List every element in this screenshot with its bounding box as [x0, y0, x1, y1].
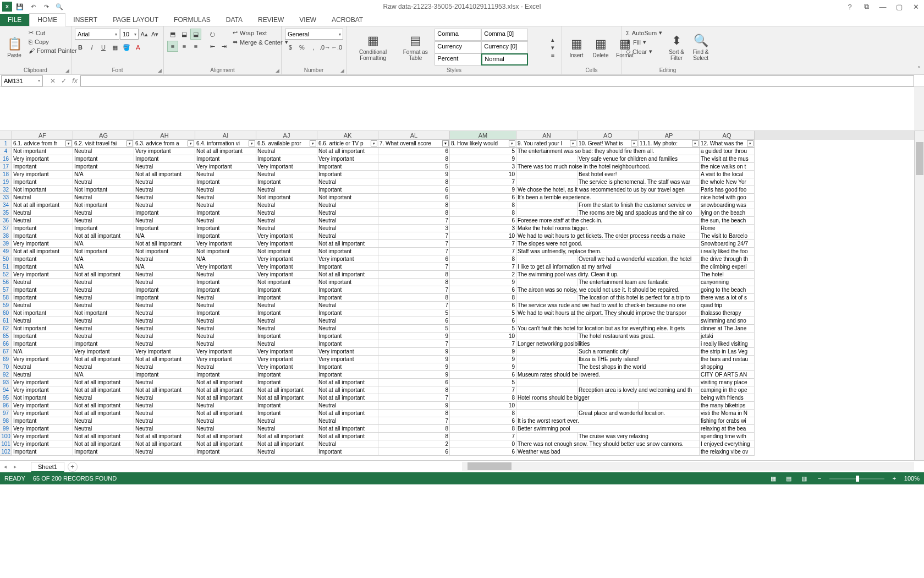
style-percent[interactable]: Percent — [435, 53, 481, 66]
cell[interactable]: The entertainment was so bad: they shoul… — [516, 148, 700, 155]
cell[interactable] — [578, 402, 639, 410]
cell[interactable]: 7 — [378, 286, 450, 294]
cell[interactable]: Neutral — [317, 440, 378, 448]
cell[interactable]: Neutral — [134, 425, 195, 433]
cell[interactable]: Very important — [12, 240, 73, 248]
cell[interactable]: jetski — [700, 332, 755, 340]
cut-button[interactable]: ✂ Cut — [28, 29, 78, 37]
align-middle-icon[interactable]: ⬓ — [179, 29, 190, 40]
cell[interactable]: Better swimming pool — [516, 425, 700, 433]
cell[interactable] — [516, 332, 578, 340]
filter-button-AN[interactable]: ▾ — [570, 140, 576, 146]
align-top-icon[interactable]: ⬒ — [167, 29, 178, 40]
cell[interactable] — [516, 386, 578, 394]
font-size-combo[interactable]: 10 — [120, 29, 139, 40]
vertical-scrollbar[interactable] — [914, 131, 924, 460]
cell[interactable]: Not important — [317, 194, 378, 201]
conditional-formatting-button[interactable]: ▦Conditional Formatting — [350, 29, 396, 66]
cell[interactable]: Neutral — [195, 425, 256, 433]
cell[interactable]: 6 — [378, 148, 450, 155]
cell[interactable]: Very important — [256, 271, 317, 279]
cell[interactable]: Neutral — [73, 332, 134, 340]
format-as-table-button[interactable]: ▤Format as Table — [398, 29, 432, 66]
cell[interactable]: Neutral — [195, 402, 256, 410]
cell[interactable]: Important — [12, 178, 73, 186]
cell[interactable]: 9 — [450, 279, 516, 286]
cell[interactable]: Not at all important — [73, 356, 134, 363]
filter-button-AL[interactable]: ▼ — [442, 140, 449, 146]
cell[interactable]: Neutral — [134, 325, 195, 332]
increase-indent-icon[interactable]: ⇥ — [218, 41, 229, 52]
cell[interactable]: Very important — [12, 271, 73, 279]
cell[interactable]: 9 — [450, 155, 516, 163]
cell[interactable]: The hotel restaurant was great. — [578, 332, 700, 340]
cell[interactable]: Not at all important — [134, 356, 195, 363]
horizontal-scrollbar[interactable] — [462, 462, 914, 471]
cell[interactable]: 7 — [378, 232, 450, 240]
row-header-1[interactable]: 1 — [0, 140, 12, 148]
cell[interactable]: Important — [12, 448, 73, 456]
help-button[interactable]: ? — [842, 1, 858, 12]
cell[interactable]: Important — [134, 294, 195, 302]
align-bottom-icon[interactable]: ⬓ — [190, 29, 201, 40]
cell[interactable]: Important — [12, 232, 73, 240]
cell[interactable]: 6 — [450, 217, 516, 225]
cell[interactable]: Not at all important — [134, 440, 195, 448]
cell[interactable]: Not at all important — [317, 271, 378, 279]
cancel-formula-icon[interactable]: ✕ — [47, 75, 58, 86]
cell[interactable]: 8 — [450, 410, 516, 417]
cell[interactable] — [516, 255, 578, 263]
zoom-in-icon[interactable]: + — [889, 474, 900, 483]
row-header-38[interactable]: 38 — [0, 232, 12, 240]
cell[interactable]: 3 — [450, 225, 516, 232]
row-header-57[interactable]: 57 — [0, 286, 12, 294]
cell[interactable]: Very important — [195, 240, 256, 248]
cell[interactable]: 8 — [378, 425, 450, 433]
style-normal[interactable]: Normal — [481, 53, 528, 66]
cell[interactable]: Not important — [12, 309, 73, 317]
cell[interactable] — [639, 402, 700, 410]
cell[interactable]: Neutral — [134, 163, 195, 171]
cell[interactable]: Important — [195, 371, 256, 379]
cell[interactable]: Neutral — [256, 148, 317, 155]
cell[interactable]: 8 — [450, 294, 516, 302]
cell[interactable]: Neutral — [73, 325, 134, 332]
cell[interactable]: 7 — [378, 417, 450, 425]
cell[interactable]: N/A — [73, 240, 134, 248]
cell[interactable]: Important — [12, 332, 73, 340]
cell[interactable]: 7 — [378, 248, 450, 255]
cell[interactable]: 3 — [450, 163, 516, 171]
col-header-AP[interactable]: AP — [639, 131, 700, 140]
cell[interactable]: Neutral — [256, 225, 317, 232]
cell[interactable]: Neutral — [134, 178, 195, 186]
cell[interactable]: 9 — [378, 171, 450, 178]
cell[interactable]: N/A — [73, 171, 134, 178]
cell[interactable]: Neutral — [73, 148, 134, 155]
cell[interactable]: visti the Moma in N — [700, 410, 755, 417]
cell[interactable]: It's been a terrible experience. — [516, 194, 700, 201]
cell[interactable]: 5 — [450, 379, 516, 386]
row-header-102[interactable]: 102 — [0, 448, 12, 456]
cell[interactable]: Not important — [256, 194, 317, 201]
tab-acrobat[interactable]: ACROBAT — [324, 14, 371, 26]
cell[interactable]: Not at all important — [134, 240, 195, 248]
cell[interactable]: the strip in Las Veg — [700, 348, 755, 356]
row-header-59[interactable]: 59 — [0, 302, 12, 309]
style-comma[interactable]: Comma — [435, 29, 481, 41]
col-header-AF[interactable]: AF — [12, 131, 73, 140]
cell[interactable]: Neutral — [134, 302, 195, 309]
cell[interactable] — [516, 317, 578, 325]
cell[interactable]: The service is phenomenal. The staff was… — [578, 178, 700, 186]
cell[interactable]: 5 — [450, 309, 516, 317]
cell[interactable]: Not at all important — [256, 440, 317, 448]
cell[interactable]: Very important — [256, 255, 317, 263]
cell[interactable]: Neutral — [134, 186, 195, 194]
cell[interactable]: Very important — [256, 363, 317, 371]
cell[interactable]: 10 — [450, 171, 516, 178]
cell[interactable]: 0 — [450, 440, 516, 448]
cell[interactable]: Important — [317, 448, 378, 456]
cell[interactable]: The visit to Barcelo — [700, 232, 755, 240]
filter-button-AO[interactable]: ▾ — [631, 140, 637, 146]
cell[interactable]: The hotel — [700, 271, 755, 279]
cell[interactable]: 9 — [450, 356, 516, 363]
